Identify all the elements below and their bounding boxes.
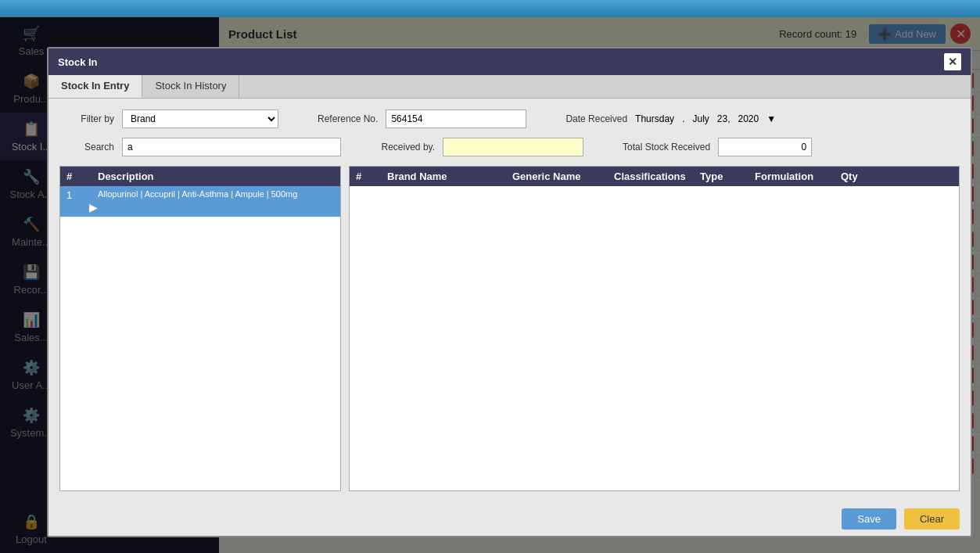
reference-no-input[interactable] — [386, 110, 526, 128]
left-col-desc: Description — [98, 171, 334, 182]
tab-stock-in-entry[interactable]: Stock In Entry — [48, 75, 142, 98]
left-col-hash: # — [66, 171, 98, 182]
right-col-hash: # — [356, 171, 387, 182]
left-panel-header: # Description — [60, 167, 340, 186]
dropdown-icon[interactable]: ▼ — [766, 113, 776, 124]
modal-title: Stock In — [58, 56, 98, 68]
date-day: Thursday — [635, 113, 674, 124]
top-bar — [0, 0, 980, 17]
reference-no-label: Reference No. — [318, 113, 378, 124]
search-row: Search Received by. Total Stock Received — [59, 138, 960, 156]
modal-footer: Save Clear — [48, 502, 971, 536]
right-col-class: Classifications — [614, 171, 700, 182]
right-col-form: Formulation — [755, 171, 841, 182]
date-separator: . — [682, 113, 684, 124]
filter-by-select[interactable]: Brand Generic Name Classifications Type — [122, 110, 278, 128]
right-col-qty: Qty — [841, 171, 888, 182]
total-stock-label: Total Stock Received — [623, 142, 710, 153]
search-input[interactable] — [122, 138, 341, 156]
row-num: 1 — [66, 189, 98, 201]
right-col-type: Type — [700, 171, 755, 182]
modal-titlebar: Stock In ✕ — [48, 48, 971, 75]
stock-in-modal: Stock In ✕ Stock In Entry Stock In Histo… — [47, 47, 972, 537]
modal-close-button[interactable]: ✕ — [944, 53, 961, 70]
filter-row: Filter by Brand Generic Name Classificat… — [59, 110, 960, 128]
clear-button[interactable]: Clear — [904, 508, 960, 530]
date-date: 23, — [717, 113, 731, 124]
date-year: 2020 — [738, 113, 759, 124]
save-button[interactable]: Save — [842, 508, 896, 530]
row-arrow: ▶ — [89, 201, 98, 214]
row-desc: Allopurinol | Accupril | Anti-Asthma | A… — [98, 189, 334, 201]
right-panel-rows — [350, 186, 959, 490]
modal-body: Filter by Brand Generic Name Classificat… — [48, 99, 971, 502]
left-panel: # Description 1 Allopurinol | Accupril |… — [59, 166, 341, 491]
right-panel: # Brand Name Generic Name Classification… — [349, 166, 960, 491]
search-label: Search — [59, 142, 114, 153]
total-stock-input — [718, 138, 812, 156]
date-received-label: Date Received — [565, 113, 627, 124]
date-month: July — [692, 113, 709, 124]
right-panel-header: # Brand Name Generic Name Classification… — [350, 167, 959, 186]
filter-by-label: Filter by — [59, 113, 114, 124]
right-col-brand: Brand Name — [387, 171, 512, 182]
product-row-1[interactable]: 1 Allopurinol | Accupril | Anti-Asthma |… — [60, 186, 340, 217]
modal-tabs: Stock In Entry Stock In History — [48, 75, 971, 99]
tab-stock-in-history[interactable]: Stock In History — [142, 75, 239, 98]
received-by-input[interactable] — [443, 138, 583, 156]
received-by-label: Received by. — [380, 142, 435, 153]
right-col-generic: Generic Name — [512, 171, 614, 182]
two-panel: # Description 1 Allopurinol | Accupril |… — [59, 166, 960, 491]
